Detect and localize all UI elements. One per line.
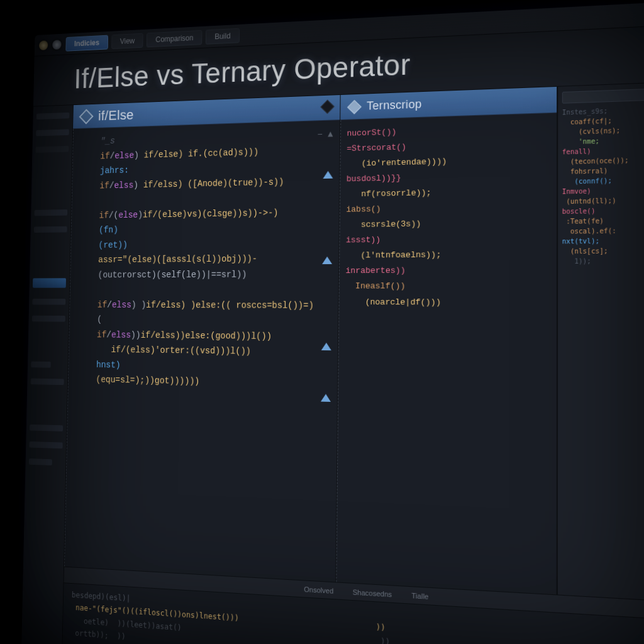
outline-panel: Instes_s9s; coaff(cf|; (cvls(ns); 'nme; … [557,81,644,603]
left-pane-title: if/Else [98,107,134,124]
sidebar-item[interactable] [34,209,67,216]
left-pane: if/Else "_s− ▲ if/else) if/else) if.(cc(… [64,95,340,582]
window-control-icon[interactable] [39,40,48,50]
tab-build[interactable]: Build [206,28,240,44]
sidebar-item[interactable] [31,362,51,368]
sidebar-item[interactable] [31,379,64,386]
change-marker-icon[interactable] [321,343,331,350]
editor-body: if/Else "_s− ▲ if/else) if/else) if.(cc(… [21,81,644,644]
sidebar-item[interactable] [36,113,70,119]
right-editor[interactable]: nucorSt()) =Strscorat() (io'rentendae)))… [336,113,557,595]
ide-window: Indicies View Comparison Build If/Else v… [21,0,644,644]
right-pane-title: Ternscriop [367,97,422,113]
outline-tab[interactable] [562,87,644,104]
sidebar-item[interactable] [30,425,63,431]
sidebar-section[interactable] [33,278,66,287]
sidebar-item[interactable] [29,458,52,465]
diamond-icon [347,99,362,114]
diamond-icon[interactable] [320,99,334,114]
left-editor[interactable]: "_s− ▲ if/else) if/else) if.(cc(ad)s))) … [64,120,340,582]
sidebar-item[interactable] [32,299,65,305]
sidebar-item[interactable] [36,129,69,136]
tab-comparison[interactable]: Comparison [147,30,202,47]
sidebar-item[interactable] [36,146,69,153]
tab-view[interactable]: View [111,33,143,48]
change-marker-icon[interactable] [322,257,332,264]
diamond-icon [79,109,94,124]
status-label: Tialle [411,591,428,600]
sidebar-item[interactable] [29,441,62,448]
status-label: Shacosedns [353,588,392,598]
sidebar-item[interactable] [34,226,67,233]
change-marker-icon[interactable] [320,394,330,402]
right-pane: Ternscriop nucorSt()) =Strscorat() (io'r… [336,87,557,594]
tab-active[interactable]: Indicies [65,35,108,51]
sidebar-item[interactable] [32,316,65,322]
status-label: Onsolved [304,585,333,594]
change-marker-icon[interactable] [323,171,333,179]
window-control-icon[interactable] [52,40,61,50]
